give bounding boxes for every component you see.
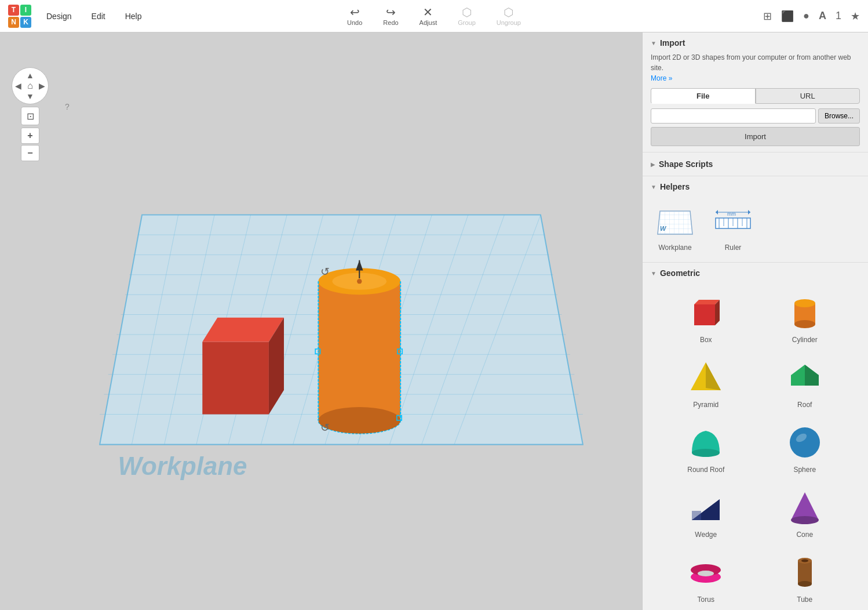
- adjust-button[interactable]: ✕ Adjust: [415, 4, 442, 28]
- svg-text:↺: ↺: [320, 422, 330, 434]
- zoom-out-button[interactable]: −: [21, 145, 39, 161]
- helpers-header[interactable]: ▼ Helpers: [651, 182, 860, 191]
- round-roof-label: Round Roof: [687, 466, 724, 474]
- menu-help[interactable]: Help: [118, 8, 149, 24]
- svg-rect-31: [318, 281, 400, 420]
- cube-view-button[interactable]: ⬛: [779, 8, 796, 25]
- right-panel: ▼ Import Import 2D or 3D shapes from you…: [642, 32, 868, 610]
- box-thumb: [686, 293, 725, 332]
- menu-edit[interactable]: Edit: [85, 8, 112, 24]
- box-label: Box: [700, 336, 712, 344]
- file-path-input[interactable]: [651, 108, 816, 124]
- nav-right[interactable]: ▶: [39, 81, 45, 90]
- toolbar-right: ⊞ ⬛ ● A 1 ★: [761, 8, 862, 25]
- svg-text:↺: ↺: [320, 266, 330, 278]
- shape-wedge[interactable]: Wedge: [659, 483, 753, 543]
- svg-point-82: [798, 581, 812, 587]
- nav-up[interactable]: ▲: [26, 71, 34, 80]
- shape-scripts-arrow: ▶: [651, 161, 655, 168]
- geometric-title: Geometric: [660, 268, 700, 278]
- nav-controls: ? ▲ ▼ ◀ ▶ ⌂ ⊡ + −: [12, 67, 49, 161]
- nav-down[interactable]: ▼: [26, 92, 34, 101]
- svg-marker-75: [692, 511, 701, 520]
- svg-marker-60: [694, 304, 715, 325]
- import-arrow: ▼: [651, 40, 657, 46]
- shapes-grid: Box Cylinder: [651, 282, 860, 610]
- cylinder-selected[interactable]: ↺ ↺: [315, 260, 402, 434]
- roof-thumb: [785, 358, 825, 397]
- helper-ruler[interactable]: mm Ruler: [709, 196, 757, 256]
- help-question[interactable]: ?: [65, 102, 70, 111]
- import-more-link[interactable]: More »: [651, 74, 672, 82]
- sphere-label: Sphere: [793, 466, 816, 474]
- file-tab[interactable]: File: [651, 88, 756, 104]
- undo-button[interactable]: ↩ Undo: [342, 4, 367, 28]
- pyramid-thumb: [686, 358, 725, 397]
- helper-workplane[interactable]: W Workplane: [651, 196, 699, 256]
- ungroup-button[interactable]: ⬡ Ungroup: [492, 4, 526, 28]
- shape-round-roof[interactable]: Round Roof: [659, 418, 753, 478]
- workplane-thumb: W: [655, 201, 695, 240]
- canvas-area[interactable]: ? ▲ ▼ ◀ ▶ ⌂ ⊡ + −: [0, 32, 642, 610]
- cone-label: Cone: [796, 531, 813, 539]
- roof-label: Roof: [797, 401, 812, 409]
- svg-point-64: [794, 320, 815, 328]
- import-title: Import: [660, 38, 685, 48]
- shape-tube[interactable]: Tube: [758, 548, 852, 608]
- svg-text:W: W: [660, 225, 667, 232]
- star-button[interactable]: ★: [848, 8, 862, 25]
- shape-box[interactable]: Box: [659, 288, 753, 348]
- svg-point-80: [698, 571, 714, 576]
- redo-button[interactable]: ↪ Redo: [378, 4, 403, 28]
- menu-design[interactable]: Design: [39, 8, 79, 24]
- shape-cone[interactable]: Cone: [758, 483, 852, 543]
- workplane-label-text: Workplane: [658, 244, 691, 252]
- group-button[interactable]: ⬡ Group: [453, 4, 480, 28]
- text-button[interactable]: A: [816, 8, 829, 24]
- svg-point-35: [357, 279, 362, 284]
- nav-home[interactable]: ⌂: [27, 81, 33, 91]
- number-button[interactable]: 1: [833, 8, 844, 24]
- tube-thumb: [785, 553, 825, 592]
- svg-point-32: [318, 407, 400, 434]
- torus-thumb: [686, 553, 725, 592]
- shape-pyramid[interactable]: Pyramid: [659, 353, 753, 413]
- shape-torus[interactable]: Torus: [659, 548, 753, 608]
- workplane-label: Workplane: [118, 452, 247, 480]
- pyramid-label: Pyramid: [693, 401, 719, 409]
- shape-cylinder[interactable]: Cylinder: [758, 288, 852, 348]
- geometric-section: ▼ Geometric Box: [643, 263, 868, 610]
- cylinder-label: Cylinder: [792, 336, 818, 344]
- tube-label: Tube: [797, 596, 812, 604]
- svg-point-71: [790, 427, 820, 458]
- svg-point-77: [791, 516, 819, 524]
- ungroup-icon: ⬡: [504, 6, 513, 18]
- zoom-in-button[interactable]: +: [21, 128, 39, 144]
- geometric-header[interactable]: ▼ Geometric: [651, 268, 860, 278]
- url-tab[interactable]: URL: [756, 88, 860, 104]
- svg-point-70: [692, 449, 720, 457]
- fit-view-button[interactable]: ⊡: [21, 107, 39, 125]
- svg-point-84: [801, 560, 808, 562]
- browse-button[interactable]: Browse...: [818, 108, 860, 124]
- ruler-label-text: Ruler: [725, 244, 742, 252]
- tinkercad-logo[interactable]: T I N K: [6, 2, 34, 30]
- sphere-thumb: [785, 423, 825, 462]
- helpers-title: Helpers: [660, 182, 690, 191]
- import-header[interactable]: ▼ Import: [651, 38, 860, 48]
- grid-view-button[interactable]: ⊞: [761, 8, 774, 25]
- import-description: Import 2D or 3D shapes from your compute…: [651, 52, 860, 83]
- torus-label: Torus: [698, 596, 714, 604]
- cylinder-thumb: [785, 293, 825, 332]
- nav-orbit[interactable]: ▲ ▼ ◀ ▶ ⌂: [12, 67, 49, 104]
- import-tabs: File URL: [651, 88, 860, 104]
- svg-marker-69: [805, 365, 819, 386]
- import-button[interactable]: Import: [651, 127, 860, 146]
- nav-left[interactable]: ◀: [15, 81, 21, 90]
- shape-roof[interactable]: Roof: [758, 353, 852, 413]
- adjust-icon: ✕: [423, 6, 433, 18]
- sphere-view-button[interactable]: ●: [801, 8, 812, 24]
- shape-scripts-section[interactable]: ▶ Shape Scripts: [643, 152, 868, 176]
- shape-sphere[interactable]: Sphere: [758, 418, 852, 478]
- red-box[interactable]: [202, 318, 284, 415]
